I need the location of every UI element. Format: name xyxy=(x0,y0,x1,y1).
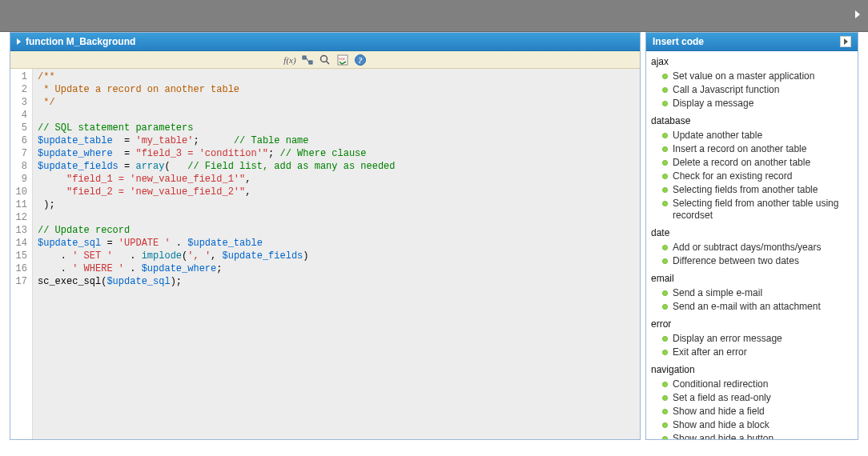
snippet-item[interactable]: Add or subtract days/months/years xyxy=(651,241,853,254)
snippet-category: date xyxy=(651,227,853,238)
snippet-item[interactable]: Check for an existing record xyxy=(651,170,853,183)
bullet-icon xyxy=(662,187,668,193)
snippet-label: Show and hide a field xyxy=(673,406,765,418)
line-gutter: 1234567891011121314151617 xyxy=(10,69,33,439)
panel-title: function M_Background xyxy=(26,36,135,47)
bullet-icon xyxy=(662,395,668,401)
snippet-item[interactable]: Show and hide a field xyxy=(651,405,853,418)
snippet-category: ajax xyxy=(651,56,853,67)
snippet-label: Selecting fields from another table xyxy=(673,184,818,196)
snippet-item[interactable]: Difference between two dates xyxy=(651,254,853,268)
bullet-icon xyxy=(662,258,668,264)
snippet-item[interactable]: Exit after an error xyxy=(651,346,853,359)
snippet-label: Update another table xyxy=(673,130,762,142)
snippet-category: database xyxy=(651,115,853,126)
snippet-category: email xyxy=(651,273,853,284)
snippet-label: Display an error message xyxy=(673,333,782,345)
svg-rect-1 xyxy=(309,61,312,64)
match-brackets-icon[interactable] xyxy=(301,54,314,66)
snippet-item[interactable]: Show and hide a block xyxy=(651,418,853,432)
snippet-category: error xyxy=(651,318,853,330)
snippet-label: Conditional redirection xyxy=(673,378,768,390)
bullet-icon xyxy=(662,201,668,206)
snippet-item[interactable]: Send a simple e-mail xyxy=(651,286,853,300)
bullet-icon xyxy=(662,87,668,93)
insert-code-panel: Insert code ajaxSet value on a master ap… xyxy=(645,32,858,440)
bullet-icon xyxy=(662,101,668,106)
snippet-item[interactable]: Display a message xyxy=(651,97,853,110)
svg-point-2 xyxy=(321,55,328,62)
snippet-item[interactable]: Show and hide a button xyxy=(651,432,853,439)
snippet-item[interactable]: Insert a record on another table xyxy=(651,142,853,156)
snippet-item[interactable]: Set value on a master application xyxy=(651,70,853,83)
snippet-item[interactable]: Send an e-mail with an attachment xyxy=(651,300,853,314)
snippet-label: Send a simple e-mail xyxy=(673,287,762,299)
snippet-label: Insert a record on another table xyxy=(673,143,806,155)
svg-rect-0 xyxy=(303,56,306,59)
snippet-label: Show and hide a block xyxy=(673,419,770,431)
snippet-label: Selecting field from another table using… xyxy=(673,198,853,222)
snippet-label: Check for an existing record xyxy=(673,170,792,182)
bullet-icon xyxy=(662,422,668,428)
editor-panel: function M_Background f(x) SQL ? 1234567… xyxy=(10,32,641,440)
snippet-item[interactable]: Update another table xyxy=(651,129,853,142)
snippet-label: Set value on a master application xyxy=(673,70,814,82)
snippet-label: Display a message xyxy=(673,98,753,110)
snippet-item[interactable]: Selecting fields from another table xyxy=(651,183,853,197)
bullet-icon xyxy=(662,350,668,355)
svg-line-3 xyxy=(327,61,330,64)
bullet-icon xyxy=(662,409,668,414)
snippet-label: Exit after an error xyxy=(673,346,747,358)
bullet-icon xyxy=(662,133,668,138)
bullet-icon xyxy=(662,336,668,342)
snippet-label: Send an e-mail with an attachment xyxy=(673,301,821,313)
snippet-item[interactable]: Call a Javascript function xyxy=(651,83,853,97)
editor-toolbar: f(x) SQL ? xyxy=(10,51,640,69)
snippet-list: ajaxSet value on a master applicationCal… xyxy=(646,51,858,439)
snippet-label: Delete a record on another table xyxy=(673,157,810,169)
sql-icon[interactable]: SQL xyxy=(336,54,349,66)
fx-icon[interactable]: f(x) xyxy=(283,54,296,66)
code-area[interactable]: /** * Update a record on another table *… xyxy=(33,69,640,439)
bullet-icon xyxy=(662,74,668,79)
snippet-label: Difference between two dates xyxy=(673,255,799,267)
top-bar xyxy=(0,0,868,32)
bullet-icon xyxy=(662,382,668,387)
snippet-category: navigation xyxy=(651,364,853,375)
svg-text:?: ? xyxy=(359,56,363,65)
snippet-label: Add or subtract days/months/years xyxy=(673,242,821,254)
search-icon[interactable] xyxy=(319,54,332,66)
bullet-icon xyxy=(662,245,668,250)
help-icon[interactable]: ? xyxy=(354,54,367,66)
snippet-item[interactable]: Delete a record on another table xyxy=(651,156,853,170)
snippet-item[interactable]: Display an error message xyxy=(651,332,853,346)
insert-code-header[interactable]: Insert code xyxy=(646,33,858,51)
bullet-icon xyxy=(662,436,668,439)
chevron-right-icon xyxy=(17,38,21,45)
panel-title: Insert code xyxy=(653,36,704,47)
snippet-item[interactable]: Set a field as read-only xyxy=(651,391,853,405)
chevron-right-icon[interactable] xyxy=(854,10,862,22)
chevron-right-icon[interactable] xyxy=(840,36,851,47)
snippet-item[interactable]: Selecting field from another table using… xyxy=(651,197,853,222)
snippet-item[interactable]: Conditional redirection xyxy=(651,378,853,391)
editor-panel-header[interactable]: function M_Background xyxy=(10,33,640,51)
snippet-label: Set a field as read-only xyxy=(673,392,771,404)
snippet-label: Call a Javascript function xyxy=(673,84,779,96)
bullet-icon xyxy=(662,146,668,152)
code-editor[interactable]: 1234567891011121314151617 /** * Update a… xyxy=(10,69,640,439)
svg-text:SQL: SQL xyxy=(339,57,346,61)
bullet-icon xyxy=(662,174,668,179)
bullet-icon xyxy=(662,290,668,296)
bullet-icon xyxy=(662,304,668,310)
snippet-label: Show and hide a button xyxy=(673,433,774,439)
bullet-icon xyxy=(662,160,668,166)
